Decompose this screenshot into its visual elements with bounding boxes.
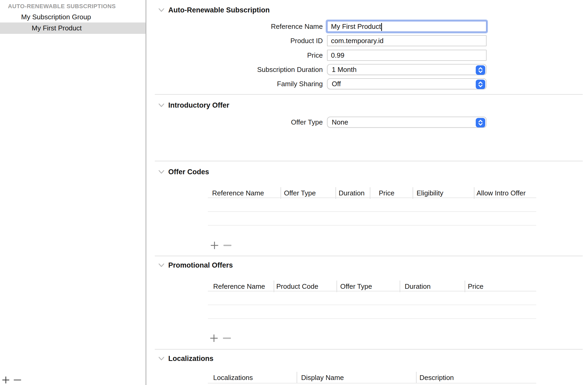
empty-table-row-separator bbox=[208, 225, 536, 226]
section-title-offer-codes: Offer Codes bbox=[168, 166, 209, 177]
column-separator bbox=[413, 187, 413, 199]
chevron-down-icon[interactable] bbox=[158, 103, 165, 107]
column-header-reference-name: Reference Name bbox=[212, 187, 264, 199]
reference-name-label: Reference Name bbox=[146, 21, 323, 32]
family-sharing-popup[interactable]: Off bbox=[327, 78, 487, 89]
offer-type-popup[interactable]: None bbox=[327, 117, 487, 128]
sidebar-group-header: AUTO-RENEWABLE SUBSCRIPTIONS bbox=[8, 2, 140, 11]
subscription-duration-popup[interactable]: 1 Month bbox=[327, 64, 487, 75]
sidebar-item-my-first-product[interactable]: My First Product bbox=[0, 22, 146, 34]
column-separator bbox=[370, 187, 370, 199]
column-header-description: Description bbox=[419, 372, 454, 383]
text-cursor bbox=[381, 23, 382, 31]
section-title-localizations: Localizations bbox=[168, 353, 213, 364]
column-header-duration: Duration bbox=[339, 187, 365, 199]
column-header-reference-name: Reference Name bbox=[213, 281, 265, 292]
column-header-price: Price bbox=[468, 281, 483, 292]
family-sharing-value: Off bbox=[332, 80, 341, 88]
column-separator bbox=[474, 187, 474, 199]
section-title-promotional-offers: Promotional Offers bbox=[168, 260, 233, 271]
offer-codes-remove-icon[interactable] bbox=[223, 244, 231, 246]
column-separator bbox=[337, 281, 337, 292]
column-separator bbox=[465, 281, 465, 292]
popup-stepper-icon bbox=[476, 65, 485, 75]
empty-table-row-separator bbox=[208, 318, 536, 319]
column-header-duration: Duration bbox=[405, 281, 431, 292]
chevron-down-icon[interactable] bbox=[158, 357, 165, 361]
promotional-offers-add-icon[interactable] bbox=[210, 334, 218, 342]
section-divider bbox=[155, 94, 583, 95]
column-header-display-name: Display Name bbox=[301, 372, 344, 383]
section-divider bbox=[155, 161, 583, 161]
column-separator bbox=[416, 372, 417, 383]
section-title-auto-renewable-subscription: Auto-Renewable Subscription bbox=[168, 4, 270, 16]
table-header-underline bbox=[208, 383, 536, 383]
sidebar-add-icon[interactable] bbox=[2, 376, 10, 384]
sidebar-item-my-subscription-group[interactable]: My Subscription Group bbox=[0, 11, 146, 22]
subscription-duration-label: Subscription Duration bbox=[146, 64, 323, 75]
offer-type-label: Offer Type bbox=[146, 117, 323, 128]
sidebar-item-label: My Subscription Group bbox=[21, 11, 91, 22]
popup-stepper-icon bbox=[476, 118, 485, 127]
product-id-value: com.temporary.id bbox=[331, 37, 384, 45]
column-separator bbox=[335, 187, 336, 199]
empty-table-row-separator bbox=[208, 305, 536, 305]
product-id-input[interactable]: com.temporary.id bbox=[327, 35, 487, 46]
offer-type-value: None bbox=[332, 118, 348, 126]
price-value: 0.99 bbox=[331, 51, 344, 59]
reference-name-value: My First Product bbox=[331, 22, 381, 30]
family-sharing-label: Family Sharing bbox=[146, 78, 323, 89]
reference-name-input[interactable]: My First Product bbox=[327, 21, 487, 32]
section-divider bbox=[155, 256, 583, 256]
column-header-offer-type: Offer Type bbox=[284, 187, 316, 199]
column-header-localizations: Localizations bbox=[213, 372, 253, 383]
product-id-label: Product ID bbox=[146, 35, 323, 46]
subscription-duration-value: 1 Month bbox=[332, 66, 357, 74]
column-header-offer-type: Offer Type bbox=[340, 281, 372, 292]
column-header-allow-intro-offer: Allow Intro Offer bbox=[477, 187, 526, 199]
chevron-down-icon[interactable] bbox=[158, 263, 165, 267]
promotional-offers-remove-icon[interactable] bbox=[223, 337, 231, 339]
popup-stepper-icon bbox=[476, 80, 485, 89]
section-divider bbox=[155, 349, 583, 350]
sidebar-remove-icon[interactable] bbox=[14, 379, 21, 381]
sidebar-item-label: My First Product bbox=[32, 22, 82, 34]
chevron-down-icon[interactable] bbox=[158, 8, 165, 12]
offer-codes-add-icon[interactable] bbox=[210, 241, 219, 250]
column-header-price: Price bbox=[379, 187, 394, 199]
price-label: Price bbox=[146, 50, 323, 61]
table-header-underline bbox=[208, 198, 536, 198]
empty-table-row-separator bbox=[208, 211, 536, 212]
sidebar: AUTO-RENEWABLE SUBSCRIPTIONS My Subscrip… bbox=[0, 0, 146, 385]
storekit-configuration-editor: AUTO-RENEWABLE SUBSCRIPTIONS My Subscrip… bbox=[0, 0, 588, 385]
chevron-down-icon[interactable] bbox=[158, 170, 165, 174]
column-separator bbox=[274, 281, 274, 292]
price-input[interactable]: 0.99 bbox=[327, 50, 487, 61]
column-header-eligibility: Eligibility bbox=[417, 187, 443, 199]
column-separator bbox=[297, 372, 297, 383]
table-header-underline bbox=[208, 291, 536, 291]
column-separator bbox=[281, 187, 281, 199]
column-separator bbox=[400, 281, 400, 292]
section-title-introductory-offer: Introductory Offer bbox=[168, 100, 229, 111]
column-header-product-code: Product Code bbox=[276, 281, 318, 292]
